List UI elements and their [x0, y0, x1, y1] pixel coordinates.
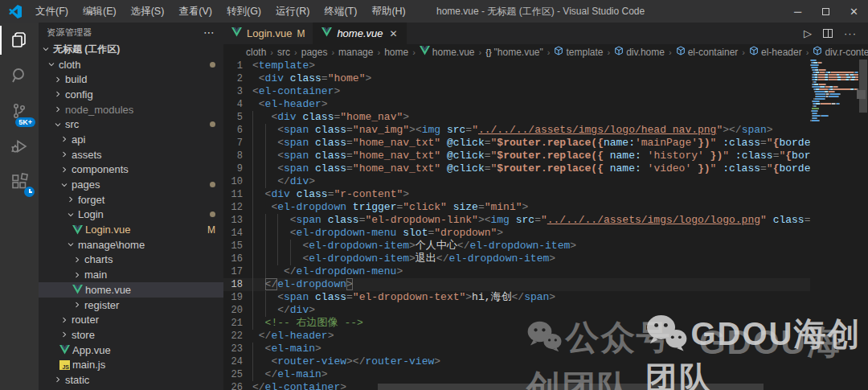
- code-line-15[interactable]: 15<el-dropdown-item>个人中心</el-dropdown-it…: [223, 240, 810, 252]
- tree-item-store[interactable]: store: [39, 327, 223, 343]
- tree-item-main-js[interactable]: JSmain.js: [39, 357, 223, 372]
- split-editor-icon[interactable]: [823, 29, 833, 38]
- breadcrumb-item[interactable]: div.home: [614, 46, 665, 58]
- code-line-25[interactable]: 25</el-main>: [223, 368, 810, 381]
- tree-item-register[interactable]: register: [39, 298, 223, 313]
- title-bar: 文件(F)编辑(E)选择(S)查看(V)转到(G)运行(R)终端(T)帮助(H)…: [0, 0, 868, 23]
- close-button[interactable]: ✕: [840, 0, 868, 23]
- code-line-24[interactable]: 24<router-view></router-view>: [223, 355, 810, 368]
- code-line-18[interactable]: 18</el-dropdown>: [223, 278, 810, 291]
- breadcrumb-item[interactable]: template: [554, 46, 603, 58]
- activitybar-run-debug-icon[interactable]: [0, 129, 39, 164]
- code-line-20[interactable]: 20</div>: [223, 304, 810, 317]
- indent: [71, 269, 84, 281]
- scrollbar-thumb[interactable]: [859, 60, 867, 113]
- minimap-handle[interactable]: [857, 90, 866, 99]
- close-tab-icon[interactable]: ✕: [389, 28, 397, 39]
- tree-item-manage-home[interactable]: manage\home: [39, 237, 223, 252]
- code-line-23[interactable]: 23<el-main>: [223, 343, 810, 355]
- tree-item-login-vue[interactable]: Login.vueM: [39, 222, 223, 237]
- menu-item-2[interactable]: 选择(S): [124, 0, 172, 23]
- code-line-21[interactable]: 21<!-- 右边图像 -->: [223, 317, 810, 330]
- menu-item-1[interactable]: 编辑(E): [76, 0, 124, 23]
- code-line-11[interactable]: 11<div class="r-content">: [223, 188, 810, 201]
- breadcrumb-item[interactable]: home: [384, 47, 408, 58]
- breadcrumb-item[interactable]: manage: [338, 47, 373, 58]
- tree-item-pages[interactable]: pages: [39, 177, 223, 192]
- editor-group: Login.vueMhome.vue✕ ▷ ··· cloth›src›page…: [223, 23, 868, 390]
- tree-item-build[interactable]: build: [39, 72, 223, 87]
- menu-item-0[interactable]: 文件(F): [28, 0, 76, 23]
- tree-item-components[interactable]: components: [39, 162, 223, 178]
- code-line-16[interactable]: 16<el-dropdown-item>退出</el-dropdown-item…: [223, 252, 810, 265]
- tree-item-static[interactable]: static: [39, 372, 223, 388]
- code-line-22[interactable]: 22</el-header>: [223, 330, 810, 343]
- activitybar-search-icon[interactable]: [0, 58, 39, 93]
- code-line-14[interactable]: 14<el-dropdown-menu slot="dropdown">: [223, 227, 810, 240]
- breadcrumb-item[interactable]: src: [277, 47, 290, 58]
- tree-item-label: src: [65, 118, 79, 130]
- code-line-4[interactable]: 4<el-header>: [223, 98, 810, 111]
- indent: [51, 373, 64, 386]
- tree-item-main[interactable]: main: [39, 267, 223, 282]
- menu-item-3[interactable]: 查看(V): [171, 0, 219, 23]
- code-line-17[interactable]: 17</el-dropdown-menu>: [223, 265, 810, 278]
- explorer-more-actions-icon[interactable]: ⋯: [203, 26, 215, 39]
- editor-more-actions-icon[interactable]: ···: [844, 27, 857, 39]
- tree-item-app-vue[interactable]: App.vue: [39, 343, 223, 358]
- activitybar-source-control-icon[interactable]: 5K+: [0, 93, 39, 129]
- vertical-scrollbar[interactable]: [858, 60, 868, 390]
- tree-item-home-vue[interactable]: home.vue: [39, 282, 223, 298]
- breadcrumb-item[interactable]: el-header: [749, 46, 802, 58]
- workspace-root[interactable]: 无标题 (工作区): [39, 42, 223, 57]
- breadcrumb-item[interactable]: div.r-content: [813, 46, 868, 58]
- line-number: 18: [223, 278, 252, 291]
- breadcrumb-item[interactable]: pages: [301, 47, 328, 58]
- code-line-9[interactable]: 9<span class="home_nav_txt" @click="$rou…: [223, 162, 810, 175]
- minimize-button[interactable]: ─: [784, 0, 812, 23]
- tab-label: home.vue: [337, 27, 383, 39]
- code-line-8[interactable]: 8<span class="home_nav_txt" @click="$rou…: [223, 150, 810, 162]
- maximize-button[interactable]: [812, 0, 840, 23]
- code-line-6[interactable]: 6<span class="nav_img"><img src="../../.…: [223, 124, 810, 137]
- line-number: 23: [223, 343, 252, 355]
- tree-item-forget[interactable]: forget: [39, 192, 223, 207]
- breadcrumb-item[interactable]: cloth: [246, 47, 266, 58]
- code-line-10[interactable]: 10</div>: [223, 175, 810, 188]
- tree-item-src[interactable]: src: [39, 117, 223, 132]
- code-line-3[interactable]: 3<el-container>: [223, 85, 810, 98]
- horizontal-scrollbar[interactable]: [378, 384, 764, 390]
- vscode-window: 文件(F)编辑(E)选择(S)查看(V)转到(G)运行(R)终端(T)帮助(H)…: [0, 0, 868, 390]
- tab-Login-vue[interactable]: Login.vueM: [223, 23, 313, 44]
- activitybar-extensions-icon[interactable]: [0, 164, 39, 199]
- code-line-7[interactable]: 7<span class="home_nav_txt" @click="$rou…: [223, 137, 810, 150]
- run-code-icon[interactable]: ▷: [804, 27, 812, 39]
- menu-item-6[interactable]: 终端(T): [317, 0, 364, 23]
- minimap[interactable]: [810, 60, 858, 390]
- breadcrumb-item[interactable]: home.vue: [420, 46, 475, 58]
- menu-item-4[interactable]: 转到(G): [219, 0, 268, 23]
- tree-item-assets[interactable]: assets: [39, 147, 223, 162]
- code-text: <span class="home_nav_txt" @click="$rout…: [252, 137, 810, 150]
- code-line-5[interactable]: 5<div class="home_nav">: [223, 111, 810, 124]
- code-line-13[interactable]: 13<span class="el-dropdown-link"><img sr…: [223, 214, 810, 227]
- code-line-19[interactable]: 19<span class="el-dropdown-text">hi,海创</…: [223, 291, 810, 304]
- code-line-12[interactable]: 12<el-dropdown trigger="click" size="min…: [223, 201, 810, 214]
- code-line-1[interactable]: 1<template>: [223, 60, 810, 72]
- modified-dot-badge: [210, 121, 215, 127]
- breadcrumb-item[interactable]: {}"home.vue": [485, 47, 543, 58]
- tree-item-config[interactable]: config: [39, 87, 223, 102]
- breadcrumb-item[interactable]: el-container: [676, 46, 739, 58]
- tree-item-charts[interactable]: charts: [39, 252, 223, 268]
- tree-item-node-modules[interactable]: node_modules: [39, 102, 223, 117]
- tab-home-vue[interactable]: home.vue✕: [313, 23, 406, 44]
- code-editor[interactable]: 1<template>2<div class="home">3<el-conta…: [223, 60, 810, 390]
- menu-item-7[interactable]: 帮助(H): [364, 0, 412, 23]
- code-line-2[interactable]: 2<div class="home">: [223, 72, 810, 85]
- tree-item-router[interactable]: router: [39, 312, 223, 327]
- menu-item-5[interactable]: 运行(R): [268, 0, 317, 23]
- tree-item-api[interactable]: api: [39, 132, 223, 147]
- tree-item-cloth[interactable]: cloth: [39, 57, 223, 72]
- activitybar-explorer-icon[interactable]: [0, 23, 39, 58]
- tree-item-login[interactable]: Login: [39, 207, 223, 223]
